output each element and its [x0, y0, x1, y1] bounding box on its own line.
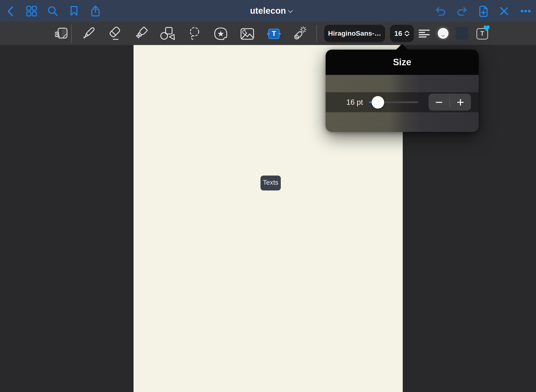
search-icon: [47, 6, 58, 17]
size-slider-row: 16 pt − +: [326, 92, 479, 112]
shapes-icon: [160, 27, 175, 40]
pen-icon: [81, 26, 95, 40]
add-page-icon: [479, 6, 488, 17]
bookmark-icon: [70, 6, 78, 16]
highlighter-tool[interactable]: [134, 26, 148, 40]
toolbar-divider-right: [316, 25, 317, 41]
font-button-label: HiraginoSans-…: [328, 30, 381, 37]
highlighter-icon: [134, 26, 148, 40]
ellipsis-icon: [520, 9, 531, 13]
size-increase-button[interactable]: +: [450, 94, 471, 111]
favorite-heart-icon: ♥: [483, 24, 490, 33]
back-button[interactable]: [7, 6, 13, 17]
color-chevron-down-icon: [441, 35, 445, 37]
image-tool[interactable]: [241, 28, 254, 40]
canvas-text-object[interactable]: Texts: [261, 176, 281, 190]
navigation-bar: utelecon: [0, 0, 536, 22]
undo-button[interactable]: [436, 7, 446, 16]
size-slider[interactable]: [369, 101, 418, 103]
size-decrease-button[interactable]: −: [429, 94, 449, 111]
pen-tool[interactable]: [81, 26, 95, 40]
text-tool-handle-right: [278, 33, 281, 35]
paper-template-tool[interactable]: a: [55, 27, 68, 40]
more-button[interactable]: [520, 9, 531, 13]
search-button[interactable]: [47, 6, 58, 17]
text-tool-handle-left: [267, 33, 270, 35]
size-value-label: 16 pt: [346, 98, 363, 107]
share-button[interactable]: [91, 5, 100, 17]
align-left-icon: [419, 30, 430, 38]
sticker-icon: [214, 27, 228, 40]
sticker-tool[interactable]: [214, 27, 228, 40]
share-icon: [91, 5, 100, 17]
thumbnails-button[interactable]: [26, 6, 37, 16]
shapes-tool[interactable]: [160, 27, 175, 40]
chevron-down-icon: [288, 10, 294, 14]
size-popover-header: Size: [326, 50, 479, 75]
bookmark-button[interactable]: [70, 6, 78, 16]
back-icon: [7, 6, 13, 17]
size-popover-body: 16 pt − +: [326, 75, 479, 132]
current-color-disc: [438, 28, 449, 39]
font-size-value: 16: [394, 30, 402, 38]
size-popover: Size 16 pt − +: [326, 50, 479, 132]
up-down-chevrons-icon: [404, 31, 409, 36]
size-stepper: − +: [429, 94, 471, 111]
text-background-swatch[interactable]: [456, 26, 469, 40]
undo-icon: [436, 7, 446, 16]
stop-editing-button[interactable]: [499, 6, 509, 16]
document-title[interactable]: utelecon: [250, 6, 286, 16]
font-size-button[interactable]: 16: [390, 25, 414, 42]
laser-pointer-icon: [293, 26, 308, 41]
laser-pointer-tool[interactable]: [293, 26, 308, 41]
title-menu-chevron[interactable]: [288, 10, 294, 14]
redo-icon: [456, 7, 467, 16]
toolbar-divider-left: [71, 24, 72, 43]
font-button[interactable]: HiraginoSans-…: [324, 25, 385, 42]
redo-button[interactable]: [456, 7, 467, 16]
text-align-button[interactable]: [419, 30, 430, 38]
svg-text:a: a: [55, 29, 60, 39]
popover-arrow: [395, 44, 409, 50]
eraser-icon: [108, 26, 121, 40]
lasso-icon: [188, 26, 201, 40]
size-popover-title: Size: [393, 57, 411, 67]
text-color-button[interactable]: [436, 26, 450, 40]
add-page-button[interactable]: [479, 6, 488, 17]
canvas-text-label: Texts: [263, 179, 279, 187]
text-tool-glyph: T: [272, 30, 276, 38]
tool-bar: a: [0, 22, 536, 45]
lasso-tool[interactable]: [188, 26, 201, 40]
eraser-tool[interactable]: [108, 26, 121, 40]
app-screen: Texts: [0, 0, 536, 392]
close-pencil-icon: [499, 6, 509, 16]
text-tool[interactable]: T: [268, 29, 280, 39]
page-grid-icon: [26, 6, 37, 16]
paper-template-icon: a: [55, 27, 68, 40]
size-slider-knob[interactable]: [372, 96, 384, 109]
image-icon: [241, 28, 254, 40]
